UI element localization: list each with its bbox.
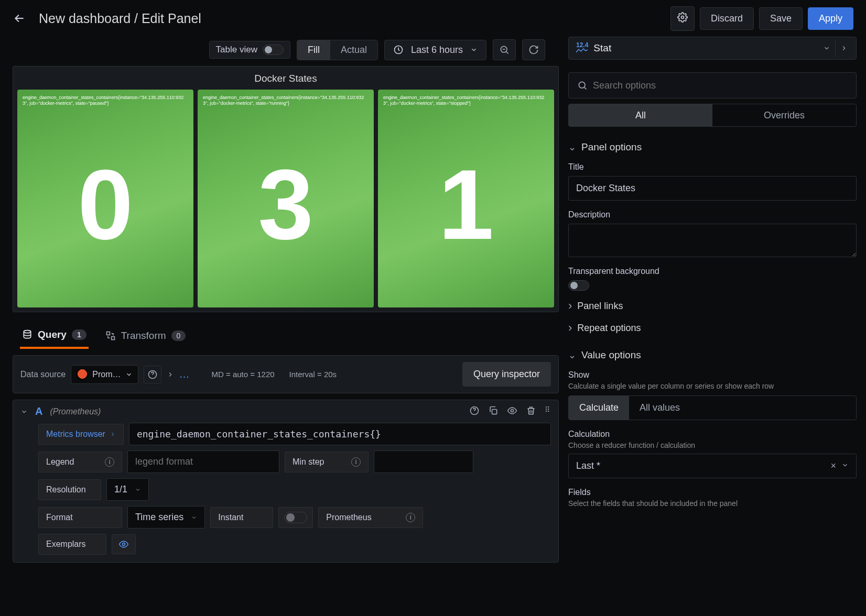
tab-query-badge: 1 [72, 329, 86, 340]
stat-legend: engine_daemon_container_states_container… [23, 95, 188, 107]
apply-button[interactable]: Apply [808, 7, 853, 30]
chevron-right-icon [167, 371, 174, 378]
svg-rect-8 [492, 410, 497, 414]
transform-icon [105, 331, 116, 341]
calculation-select[interactable]: Last * × [568, 454, 857, 478]
show-calculate-btn[interactable]: Calculate [569, 396, 629, 420]
drag-handle-icon[interactable]: ⠿ [545, 405, 551, 417]
info-icon[interactable]: i [105, 457, 114, 467]
panel-preview: Docker States engine_daemon_container_st… [13, 66, 559, 312]
chevron-right-icon [568, 321, 572, 335]
viz-type-picker[interactable]: 12.4 Stat [568, 37, 857, 60]
section-value-options[interactable]: Value options [568, 349, 857, 361]
resolution-select[interactable]: 1/1 [106, 478, 149, 501]
panel-links-header[interactable]: Panel links [568, 299, 857, 313]
gear-icon [677, 12, 688, 23]
time-range-picker[interactable]: Last 6 hours [384, 40, 486, 60]
tab-transform[interactable]: Transform 0 [103, 326, 188, 348]
fields-help: Select the fields that should be include… [568, 499, 857, 508]
eye-icon [118, 539, 129, 549]
svg-point-0 [681, 16, 684, 18]
duplicate-query-icon[interactable] [488, 405, 499, 417]
help-icon [147, 369, 158, 380]
refresh-button[interactable] [522, 39, 545, 60]
svg-rect-5 [111, 337, 114, 340]
search-icon [577, 80, 588, 91]
exemplars-label: Exemplars [38, 534, 106, 555]
save-button[interactable]: Save [759, 7, 803, 30]
title-input[interactable] [568, 176, 857, 201]
chevron-down-icon [125, 371, 133, 378]
chevron-down-icon [470, 46, 478, 53]
tab-overrides[interactable]: Overrides [712, 104, 856, 126]
tab-all[interactable]: All [569, 104, 712, 126]
chevron-down-icon [191, 514, 197, 521]
panel-settings-button[interactable] [670, 6, 695, 31]
table-view-label: Table view [216, 45, 257, 55]
back-arrow-icon[interactable] [13, 12, 26, 25]
format-label: Format [38, 507, 122, 528]
tab-transform-label: Transform [121, 330, 166, 342]
fields-label: Fields [568, 488, 857, 497]
chevron-down-icon[interactable] [20, 408, 28, 415]
zoom-out-button[interactable] [493, 39, 516, 60]
exemplars-toggle[interactable] [112, 534, 136, 554]
viz-type-next[interactable] [835, 40, 852, 57]
chevron-down-icon[interactable] [841, 460, 849, 471]
stat-card: engine_daemon_container_states_container… [198, 90, 374, 307]
options-search-input[interactable] [593, 80, 848, 91]
metric-expression-input[interactable] [129, 423, 551, 445]
description-label: Description [568, 210, 857, 219]
clear-icon[interactable]: × [830, 460, 836, 471]
metrics-browser-button[interactable]: Metrics browser [38, 424, 124, 445]
datasource-picker[interactable]: Prom… [71, 365, 138, 384]
legend-input[interactable] [127, 450, 279, 473]
viz-type-dropdown[interactable] [818, 40, 835, 57]
chevron-right-icon [110, 431, 116, 437]
minstep-input[interactable] [374, 450, 473, 473]
svg-point-10 [123, 543, 125, 546]
description-input[interactable] [568, 224, 857, 257]
info-icon[interactable]: i [406, 513, 415, 522]
hide-query-icon[interactable] [507, 405, 517, 417]
stat-value: 1 [383, 107, 549, 303]
discard-button[interactable]: Discard [700, 7, 754, 30]
options-tabbar: All Overrides [568, 104, 857, 127]
query-ref-id: A [35, 405, 42, 417]
table-view-switch[interactable] [263, 45, 284, 55]
repeat-options-header[interactable]: Repeat options [568, 321, 857, 335]
stat-value: 0 [23, 107, 188, 303]
stat-card: engine_daemon_container_states_container… [378, 90, 554, 307]
tab-transform-badge: 0 [171, 331, 186, 341]
format-select[interactable]: Time series [127, 506, 205, 529]
options-search[interactable] [568, 72, 857, 98]
actual-btn[interactable]: Actual [330, 40, 377, 60]
legend-label: Legend i [38, 452, 122, 472]
instant-toggle[interactable] [284, 512, 307, 523]
query-help-icon[interactable] [469, 405, 480, 417]
info-icon[interactable]: i [351, 457, 361, 467]
transparent-toggle[interactable] [568, 280, 589, 291]
stat-legend: engine_daemon_container_states_container… [383, 95, 549, 107]
fill-btn[interactable]: Fill [297, 40, 330, 60]
instant-label: Instant [210, 507, 273, 528]
panel-title: Docker States [17, 73, 554, 84]
prometheus-logo-icon [77, 369, 88, 380]
fill-actual-toggle: Fill Actual [297, 40, 378, 60]
show-allvalues-btn[interactable]: All values [629, 396, 690, 420]
delete-query-icon[interactable] [526, 405, 536, 417]
query-options-menu[interactable]: … [179, 368, 191, 380]
table-view-toggle[interactable]: Table view [209, 41, 290, 59]
calculation-help: Choose a reducer function / calculation [568, 441, 857, 449]
viz-type-label: Stat [593, 42, 611, 54]
chevron-down-icon [568, 349, 576, 361]
datasource-help-button[interactable] [144, 366, 161, 383]
show-help: Calculate a single value per column or s… [568, 382, 857, 390]
tab-query[interactable]: Query 1 [20, 325, 89, 349]
page-title: New dashboard / Edit Panel [39, 11, 201, 26]
section-panel-options[interactable]: Panel options [568, 141, 857, 153]
resolution-label: Resolution [38, 479, 101, 500]
instant-toggle-wrap [278, 507, 313, 528]
query-inspector-button[interactable]: Query inspector [462, 362, 551, 387]
query-ds-name: (Prometheus) [50, 407, 101, 416]
